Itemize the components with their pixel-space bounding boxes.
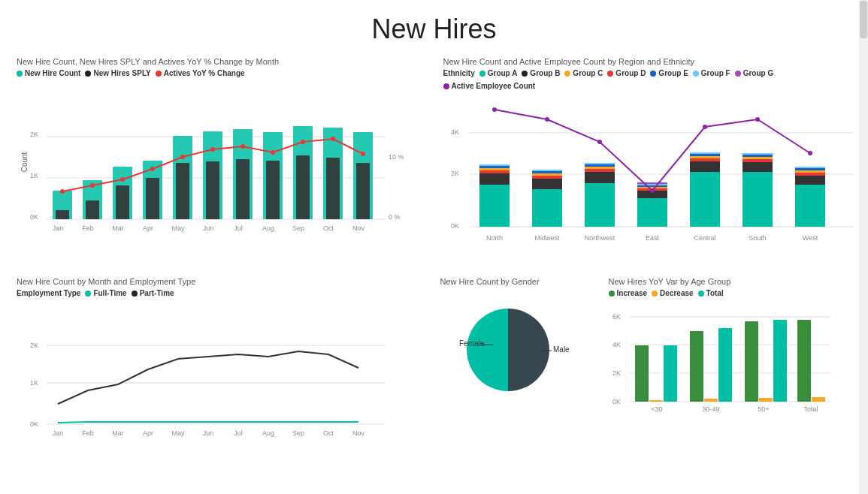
scrollbar-handle[interactable] — [860, 1, 867, 38]
legend-item-groupC: Group C — [564, 69, 603, 77]
svg-text:Northwest: Northwest — [584, 234, 615, 242]
chart-top-right: 0K 2K 4K — [443, 93, 852, 258]
svg-text:North: North — [485, 234, 502, 242]
svg-text:Jun: Jun — [203, 224, 214, 232]
svg-rect-67 — [532, 176, 562, 179]
legend-item-active-emp: Active Employee Count — [443, 82, 536, 90]
svg-text:Jan: Jan — [53, 429, 64, 437]
svg-rect-81 — [637, 185, 667, 187]
dot-active-emp — [443, 83, 449, 89]
legend-item-1: New Hires SPLY — [85, 69, 150, 77]
svg-point-108 — [808, 151, 812, 155]
legend-item-0: New Hire Count — [17, 69, 80, 77]
svg-point-36 — [240, 144, 245, 149]
svg-rect-61 — [479, 170, 510, 173]
label-parttime: Part-Time — [140, 289, 174, 297]
svg-text:Aug: Aug — [262, 429, 274, 437]
svg-rect-24 — [206, 161, 219, 219]
svg-rect-98 — [795, 173, 825, 176]
svg-rect-86 — [690, 158, 720, 161]
dot-groupB — [522, 71, 528, 77]
svg-rect-153 — [773, 320, 787, 402]
svg-text:1K: 1K — [30, 379, 38, 387]
svg-rect-155 — [812, 397, 825, 402]
svg-text:May: May — [171, 224, 185, 232]
dot-new-hire-count — [17, 71, 23, 77]
svg-text:30-49: 30-49 — [702, 405, 719, 413]
svg-rect-74 — [585, 167, 615, 169]
legend-prefix-emptype: Employment Type — [17, 289, 80, 297]
svg-rect-82 — [637, 184, 667, 185]
svg-rect-92 — [742, 159, 773, 162]
label-groupE: Group E — [658, 69, 688, 77]
svg-point-104 — [597, 140, 602, 144]
label-new-hires-sply: New Hires SPLY — [93, 69, 150, 77]
svg-rect-19 — [56, 210, 69, 219]
legend-top-right: Ethnicity Group A Group B Group C Group … — [443, 69, 852, 90]
panel-bottom-left: New Hire Count by Month and Employment T… — [8, 271, 434, 491]
dot-groupG — [735, 71, 741, 77]
svg-text:Oct: Oct — [323, 224, 334, 232]
svg-text:Female: Female — [459, 339, 485, 348]
svg-rect-97 — [795, 176, 825, 185]
svg-point-39 — [331, 137, 335, 141]
svg-point-32 — [120, 177, 125, 182]
svg-text:<30: <30 — [651, 405, 662, 413]
label-new-hire-count: New Hire Count — [25, 69, 80, 77]
svg-text:Aug: Aug — [262, 224, 274, 232]
dot-total — [698, 291, 704, 297]
chart-age: 0K 2K 4K 6K — [609, 300, 852, 420]
legend-item-fulltime: Full-Time — [85, 289, 126, 297]
legend-item-total: Total — [698, 289, 724, 297]
svg-rect-75 — [585, 164, 615, 167]
legend-item-groupG: Group G — [735, 69, 774, 77]
svg-text:6K: 6K — [612, 313, 621, 321]
legend-item-decrease: Decrease — [652, 289, 693, 297]
svg-rect-66 — [532, 179, 562, 189]
svg-text:0 %: 0 % — [389, 213, 401, 221]
svg-rect-93 — [742, 157, 773, 159]
svg-text:0K: 0K — [30, 213, 38, 221]
svg-text:Feb: Feb — [82, 429, 94, 437]
svg-point-102 — [492, 107, 497, 112]
panel-title-bottom-left: New Hire Count by Month and Employment T… — [17, 277, 425, 286]
svg-rect-152 — [759, 398, 773, 402]
svg-rect-29 — [356, 163, 370, 219]
legend-age: Increase Decrease Total — [609, 289, 852, 297]
svg-rect-101 — [795, 167, 825, 168]
svg-point-34 — [180, 155, 185, 159]
dot-new-hires-sply — [85, 71, 91, 77]
svg-rect-151 — [745, 321, 758, 402]
svg-text:Nov: Nov — [352, 224, 365, 232]
svg-text:Feb: Feb — [82, 224, 94, 232]
svg-rect-62 — [479, 168, 510, 170]
svg-rect-72 — [585, 172, 615, 183]
legend-item-parttime: Part-Time — [132, 289, 174, 297]
label-actives-yoy: Actives YoY % Change — [164, 69, 245, 77]
svg-text:Male: Male — [553, 345, 570, 354]
svg-rect-59 — [479, 185, 510, 227]
svg-rect-21 — [116, 185, 129, 219]
legend-top-left: New Hire Count New Hires SPLY Actives Yo… — [17, 69, 425, 77]
svg-text:10 %: 10 % — [389, 153, 404, 161]
legend-prefix-ethnicity: Ethnicity — [443, 69, 475, 77]
dot-groupF — [693, 71, 699, 77]
svg-rect-149 — [704, 399, 718, 402]
svg-text:Jul: Jul — [234, 429, 243, 437]
svg-text:Nov: Nov — [352, 429, 365, 437]
legend-item-groupB: Group B — [522, 69, 560, 77]
svg-text:Sep: Sep — [292, 429, 304, 437]
svg-text:Midwest: Midwest — [534, 234, 560, 242]
svg-rect-25 — [236, 159, 250, 219]
svg-rect-80 — [637, 187, 667, 188]
svg-text:1K: 1K — [30, 172, 38, 179]
svg-rect-154 — [797, 320, 811, 402]
svg-rect-95 — [742, 153, 773, 155]
svg-rect-88 — [690, 154, 720, 156]
svg-rect-23 — [176, 163, 189, 219]
page-scrollbar[interactable] — [859, 0, 868, 494]
label-groupB: Group B — [530, 69, 560, 77]
svg-text:4K: 4K — [451, 128, 459, 136]
label-active-emp: Active Employee Count — [452, 82, 536, 90]
svg-rect-63 — [479, 166, 510, 168]
